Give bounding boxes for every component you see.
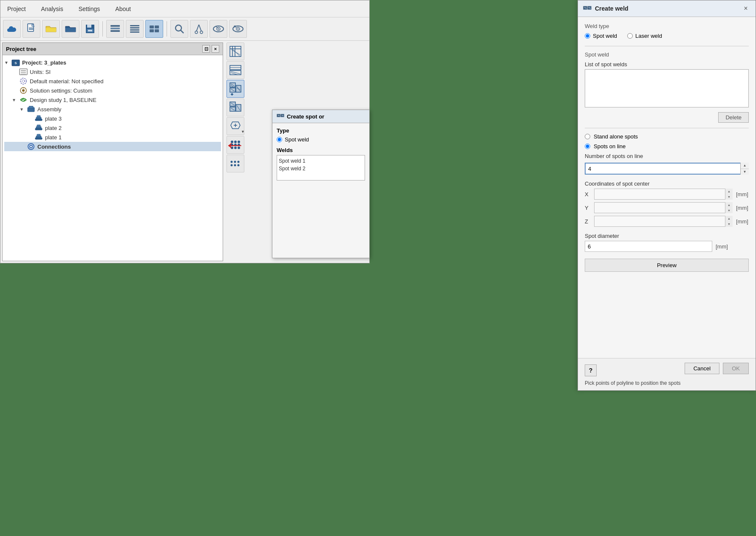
rtb-dropdown-button[interactable]: ▼ [227, 117, 244, 135]
list-view-3-button[interactable] [145, 20, 163, 38]
weld-item-2[interactable]: Spot weld 2 [279, 165, 363, 172]
tree-item-assembly[interactable]: ▼ Assembly [4, 104, 221, 114]
svg-point-19 [176, 25, 181, 31]
welds-section-label: Welds [277, 147, 365, 153]
weld-dialog-body: Weld type Spot weld Laser weld Spot weld… [578, 17, 756, 278]
weld-dialog-titlebar: Create weld × [578, 0, 756, 17]
weld-item-1[interactable]: Spot weld 1 [279, 157, 363, 165]
spots-on-line-radio[interactable] [585, 144, 590, 149]
svg-rect-13 [130, 29, 139, 31]
rtb-grid1-button[interactable] [227, 136, 244, 154]
spot-welds-list-box[interactable] [585, 69, 749, 107]
x-input[interactable] [594, 189, 733, 200]
spot-dialog-titlebar: Create spot or [272, 110, 369, 123]
rtb-dots-button[interactable] [227, 155, 244, 172]
svg-point-91 [234, 141, 237, 143]
cloud-button[interactable] [3, 20, 21, 38]
laser-weld-option[interactable]: Laser weld [627, 33, 662, 39]
divider-1 [585, 46, 749, 46]
z-spin-down[interactable]: ▼ [725, 221, 733, 227]
z-input[interactable] [594, 216, 733, 227]
close-panel-button[interactable]: × [212, 45, 219, 53]
number-of-spots-input[interactable] [585, 163, 749, 175]
tree-item-material[interactable]: Default material: Not specified [4, 76, 221, 86]
help-button[interactable]: ? [585, 364, 597, 376]
z-spin-up[interactable]: ▲ [725, 216, 733, 221]
coordinates-section: Coordinates of spot center X ▲ ▼ [mm] Y [585, 181, 749, 227]
connections-icon [26, 143, 36, 150]
welds-section: Welds Spot weld 1 Spot weld 2 [277, 147, 365, 181]
spot-dialog-title: Create spot or [287, 113, 324, 120]
menu-project[interactable]: Project [4, 4, 29, 14]
y-unit-label: [mm] [736, 205, 749, 211]
svg-rect-16 [155, 25, 159, 28]
y-spin-up[interactable]: ▲ [725, 202, 733, 208]
svg-point-44 [22, 89, 25, 92]
spot-diameter-input[interactable] [585, 241, 712, 252]
spot-weld-option[interactable]: Spot weld [585, 33, 617, 39]
design-label: Design study 1, BASELINE [30, 97, 96, 103]
svg-rect-48 [35, 119, 42, 121]
delete-button[interactable]: Delete [718, 112, 749, 123]
project-icon: S [11, 59, 20, 66]
svg-rect-14 [130, 31, 139, 33]
cancel-button[interactable]: Cancel [685, 363, 719, 374]
x-spin-up[interactable]: ▲ [725, 189, 733, 194]
ok-button[interactable]: OK [723, 363, 749, 374]
save-button[interactable] [81, 20, 99, 38]
menu-settings[interactable]: Settings [75, 4, 104, 14]
preview-button[interactable]: Preview [585, 259, 749, 272]
list-view-2-button[interactable] [126, 20, 144, 38]
view-button-2[interactable] [229, 20, 247, 38]
spot-type-section-label: Type [277, 127, 365, 134]
open-folder-button[interactable] [42, 20, 60, 38]
y-input[interactable] [594, 202, 733, 213]
svg-point-104 [238, 164, 240, 166]
rtb-weld-button[interactable] [227, 80, 244, 98]
svg-rect-56 [37, 134, 40, 136]
view-button-1[interactable] [210, 20, 227, 38]
new-file-button[interactable] [23, 20, 40, 38]
spot-weld-radio[interactable] [277, 137, 282, 142]
number-of-spots-spin-down[interactable]: ▼ [741, 169, 749, 175]
svg-point-94 [234, 144, 237, 146]
tree-item-plate2[interactable]: plate 2 [4, 123, 221, 133]
y-spin-down[interactable]: ▼ [725, 208, 733, 213]
tree-item-connections[interactable]: Connections [4, 142, 221, 151]
search-button[interactable] [170, 20, 188, 38]
list-view-1-button[interactable] [106, 20, 124, 38]
tree-item-solution[interactable]: Solution settings: Custom [4, 86, 221, 95]
spots-on-line-row: Spots on line [585, 143, 749, 150]
folder-button[interactable] [62, 20, 79, 38]
svg-line-64 [233, 50, 240, 56]
tree-toggle-assembly: ▼ [20, 107, 26, 112]
number-of-spots-spinner: ▲ ▼ [740, 163, 749, 175]
svg-rect-50 [37, 116, 40, 117]
tree-item-project[interactable]: ▼ S Project: 3_plates [4, 58, 221, 67]
tree-item-plate3[interactable]: plate 3 [4, 114, 221, 123]
tree-item-units[interactable]: Units: SI [4, 67, 221, 76]
cut-button[interactable] [190, 20, 208, 38]
menu-about[interactable]: About [112, 4, 134, 14]
number-of-spots-spin-up[interactable]: ▲ [741, 163, 749, 169]
x-spin-down[interactable]: ▼ [725, 194, 733, 200]
rtb-hatch1-button[interactable] [227, 42, 244, 60]
menu-analysis[interactable]: Analysis [38, 4, 67, 14]
svg-point-93 [231, 144, 233, 146]
units-label: Units: SI [30, 69, 51, 75]
spot-weld-option-label-main: Spot weld [593, 33, 617, 39]
laser-weld-radio[interactable] [627, 33, 633, 39]
tree-item-plate1[interactable]: plate 1 [4, 133, 221, 142]
dropdown-arrow-icon: ▼ [241, 130, 245, 134]
svg-point-103 [234, 164, 236, 166]
spot-weld-radio-main[interactable] [585, 33, 590, 39]
close-dialog-button[interactable]: × [741, 4, 750, 13]
svg-point-95 [238, 144, 240, 146]
tree-item-design[interactable]: ▼ Design study 1, BASELINE [4, 95, 221, 104]
material-icon [19, 77, 28, 85]
coordinates-label: Coordinates of spot center [585, 181, 749, 187]
restore-button[interactable]: ⊡ [202, 45, 210, 53]
rtb-overlay-button[interactable] [227, 99, 244, 116]
standalone-spots-radio[interactable] [585, 134, 590, 139]
rtb-stripe-button[interactable] [227, 61, 244, 79]
